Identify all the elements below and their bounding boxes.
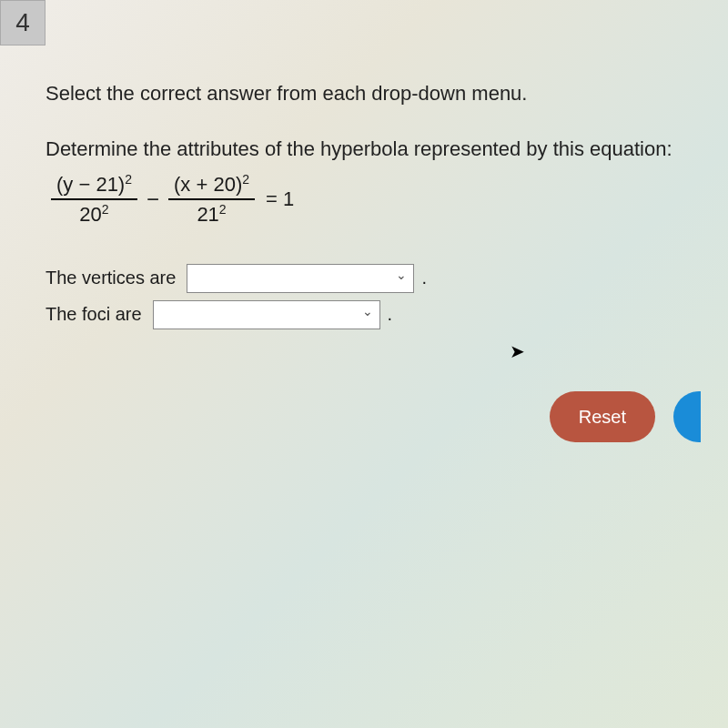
instruction-text: Select the correct answer from each drop… bbox=[46, 82, 682, 106]
equation: (y − 21)2 202 − (x + 20)2 212 = 1 bbox=[46, 172, 682, 228]
minus-sign: − bbox=[147, 187, 159, 212]
question-number: 4 bbox=[0, 0, 46, 46]
button-row: Reset bbox=[550, 391, 701, 442]
question-content: Select the correct answer from each drop… bbox=[0, 46, 728, 373]
next-button[interactable] bbox=[673, 391, 701, 442]
foci-label: The foci are bbox=[46, 304, 142, 325]
determine-text: Determine the attributes of the hyperbol… bbox=[46, 137, 682, 161]
vertices-dropdown-wrapper bbox=[187, 264, 414, 293]
question-number-text: 4 bbox=[15, 8, 30, 37]
frac1-den-sup: 2 bbox=[102, 202, 109, 217]
fraction-2-numerator: (x + 20)2 bbox=[168, 172, 255, 200]
cursor-icon: ➤ bbox=[510, 340, 525, 362]
vertices-dropdown[interactable] bbox=[187, 264, 414, 293]
frac1-den-base: 20 bbox=[79, 204, 101, 227]
frac2-num-sup: 2 bbox=[242, 172, 249, 187]
foci-dropdown[interactable] bbox=[153, 300, 380, 329]
fraction-1-denominator: 202 bbox=[74, 200, 114, 227]
fraction-1-numerator: (y − 21)2 bbox=[51, 172, 137, 200]
frac2-den-base: 21 bbox=[197, 204, 218, 227]
frac1-num-sup: 2 bbox=[125, 172, 132, 187]
vertices-period: . bbox=[421, 268, 427, 288]
frac2-den-sup: 2 bbox=[219, 202, 227, 217]
fraction-2: (x + 20)2 212 bbox=[168, 172, 255, 228]
fraction-2-denominator: 212 bbox=[191, 200, 231, 227]
equals-one: = 1 bbox=[266, 187, 294, 211]
reset-button-label: Reset bbox=[579, 407, 626, 427]
foci-period: . bbox=[388, 304, 393, 325]
vertices-row: The vertices are . bbox=[46, 264, 682, 293]
reset-button[interactable]: Reset bbox=[550, 391, 655, 442]
foci-dropdown-wrapper bbox=[153, 300, 380, 329]
fraction-1: (y − 21)2 202 bbox=[51, 172, 137, 228]
frac2-num-base: (x + 20) bbox=[174, 173, 242, 196]
foci-row: The foci are . bbox=[46, 300, 682, 329]
frac1-num-base: (y − 21) bbox=[56, 173, 125, 196]
vertices-label: The vertices are bbox=[46, 268, 176, 288]
